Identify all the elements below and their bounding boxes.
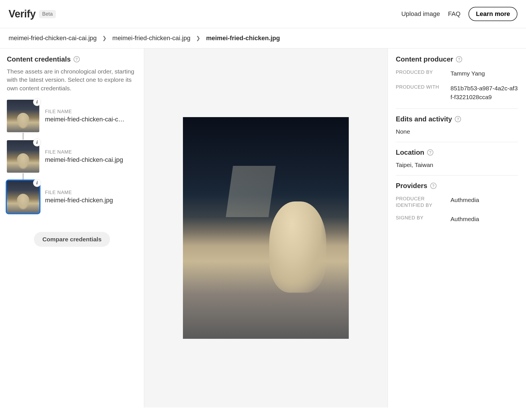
chevron-right-icon: ❯ (102, 35, 107, 41)
header-left: Verify Beta (9, 8, 56, 20)
info-badge-icon[interactable]: i (33, 98, 41, 106)
location-header: Location ? (396, 148, 518, 156)
credentials-header: Content credentials ? (7, 55, 137, 63)
identified-by-row: PRODUCER IDENTIFIED BY Authmedia (396, 195, 518, 209)
help-icon[interactable]: ? (456, 56, 462, 62)
credentials-title: Content credentials (7, 55, 71, 63)
signed-by-value: Authmedia (450, 215, 518, 224)
file-name-label: FILE NAME (45, 190, 137, 195)
edits-header: Edits and activity ? (396, 115, 518, 123)
asset-connector (23, 173, 23, 180)
providers-section: Providers ? PRODUCER IDENTIFIED BY Authm… (396, 182, 518, 231)
chevron-right-icon: ❯ (196, 35, 200, 41)
right-panel: Content producer ? PRODUCED BY Tammy Yan… (388, 48, 526, 407)
header-right: Upload image FAQ Learn more (401, 7, 517, 21)
info-badge-icon[interactable]: i (33, 179, 41, 187)
location-value: Taipei, Taiwan (396, 162, 518, 168)
produced-by-row: PRODUCED BY Tammy Yang (396, 69, 518, 78)
edits-value: None (396, 128, 518, 135)
app-logo: Verify (9, 8, 36, 20)
help-icon[interactable]: ? (74, 56, 80, 62)
providers-title: Providers (396, 182, 427, 190)
help-icon[interactable]: ? (427, 149, 433, 156)
asset-item-2[interactable]: i FILE NAME meimei-fried-chicken.jpg (7, 180, 137, 214)
asset-thumbnail-selected[interactable]: i (7, 181, 39, 213)
breadcrumb-item-2[interactable]: meimei-fried-chicken.jpg (206, 34, 280, 42)
help-icon[interactable]: ? (430, 183, 437, 189)
asset-thumbnail[interactable]: i (7, 100, 39, 132)
asset-thumbnail[interactable]: i (7, 140, 39, 173)
asset-filename: meimei-fried-chicken.jpg (45, 197, 125, 204)
help-icon[interactable]: ? (455, 116, 461, 122)
location-section: Location ? Taipei, Taiwan (396, 148, 518, 176)
produced-by-label: PRODUCED BY (396, 69, 447, 78)
identified-by-label: PRODUCER IDENTIFIED BY (396, 195, 447, 209)
info-badge-icon[interactable]: i (33, 138, 41, 146)
produced-with-row: PRODUCED WITH 851b7b53-a987-4a2c-af3f-f3… (396, 84, 518, 102)
beta-badge: Beta (39, 10, 56, 18)
produced-by-value: Tammy Yang (450, 69, 518, 78)
compare-button-wrap: Compare credentials (7, 232, 137, 247)
providers-header: Providers ? (396, 182, 518, 190)
main-image-preview (183, 117, 349, 339)
signed-by-row: SIGNED BY Authmedia (396, 215, 518, 224)
center-panel (144, 48, 388, 407)
produced-with-value: 851b7b53-a987-4a2c-af3f-f3221028cca9 (450, 84, 518, 102)
asset-meta: FILE NAME meimei-fried-chicken-cai.jpg (45, 149, 137, 164)
header: Verify Beta Upload image FAQ Learn more (0, 0, 526, 28)
compare-credentials-button[interactable]: Compare credentials (34, 232, 110, 247)
left-panel: Content credentials ? These assets are i… (0, 48, 144, 407)
edits-title: Edits and activity (396, 115, 452, 123)
breadcrumb: meimei-fried-chicken-cai-cai.jpg ❯ meime… (0, 28, 526, 48)
breadcrumb-item-1[interactable]: meimei-fried-chicken-cai.jpg (112, 34, 190, 42)
asset-meta: FILE NAME meimei-fried-chicken.jpg (45, 190, 137, 204)
identified-by-value: Authmedia (450, 195, 518, 209)
asset-filename: meimei-fried-chicken-cai-c… (45, 116, 125, 123)
file-name-label: FILE NAME (45, 109, 137, 115)
upload-image-link[interactable]: Upload image (401, 10, 440, 18)
producer-header: Content producer ? (396, 55, 518, 63)
content-producer-section: Content producer ? PRODUCED BY Tammy Yan… (396, 55, 518, 109)
file-name-label: FILE NAME (45, 149, 137, 155)
asset-filename: meimei-fried-chicken-cai.jpg (45, 156, 125, 164)
faq-link[interactable]: FAQ (448, 10, 460, 18)
produced-with-label: PRODUCED WITH (396, 84, 447, 102)
asset-item-0[interactable]: i FILE NAME meimei-fried-chicken-cai-c… (7, 99, 137, 133)
breadcrumb-item-0[interactable]: meimei-fried-chicken-cai-cai.jpg (9, 34, 97, 42)
location-title: Location (396, 148, 424, 156)
edits-section: Edits and activity ? None (396, 115, 518, 142)
main-content: Content credentials ? These assets are i… (0, 48, 526, 407)
asset-item-1[interactable]: i FILE NAME meimei-fried-chicken-cai.jpg (7, 140, 137, 173)
learn-more-button[interactable]: Learn more (468, 7, 517, 21)
asset-meta: FILE NAME meimei-fried-chicken-cai-c… (45, 109, 137, 123)
producer-title: Content producer (396, 55, 453, 63)
credentials-desc: These assets are in chronological order,… (7, 67, 137, 92)
signed-by-label: SIGNED BY (396, 215, 447, 224)
asset-connector (23, 133, 23, 140)
asset-list: i FILE NAME meimei-fried-chicken-cai-c… … (7, 99, 137, 214)
